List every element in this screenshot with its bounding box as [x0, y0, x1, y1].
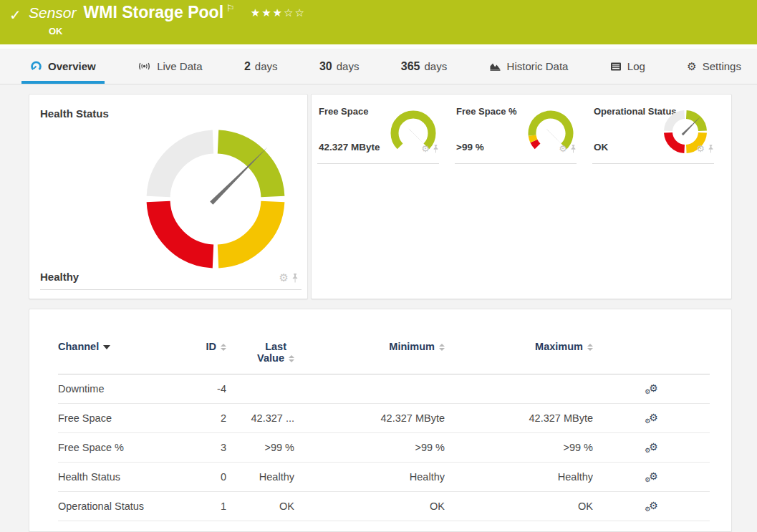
tab-historic-data[interactable]: Historic Data: [481, 49, 577, 84]
column-header-last-label: Last: [265, 341, 286, 352]
sensor-header: ✓ Sensor WMI Storage Pool ⚐ ★★★☆☆ OK: [0, 0, 757, 44]
channel-minimum: OK: [294, 492, 445, 521]
channel-settings-gears-icon[interactable]: ⚙⚙: [645, 412, 658, 423]
tab-overview-label: Overview: [48, 60, 96, 72]
tab-30-days[interactable]: 30 days: [311, 49, 367, 84]
channel-minimum: [294, 374, 445, 404]
operational-status-gauge: [655, 103, 715, 163]
page-title: WMI Storage Pool: [84, 3, 224, 22]
channel-name[interactable]: Free Space %: [58, 433, 187, 463]
channel-maximum: 42.327 MByte: [445, 404, 593, 433]
free-space-pct-gauge: [524, 103, 578, 163]
free-space-tile: Free Space 42.327 MByte ⚙: [312, 95, 445, 166]
operational-status-value: OK: [594, 142, 608, 153]
column-header-value-label: Value: [257, 352, 284, 364]
column-header-maximum-label: Maximum: [535, 341, 583, 352]
pin-icon[interactable]: [708, 145, 714, 153]
health-status-value: Healthy: [40, 271, 79, 283]
column-header-id[interactable]: ID: [187, 335, 226, 374]
sorted-desc-icon: [103, 345, 110, 349]
sort-icon: [587, 344, 593, 351]
area-chart-icon: [489, 61, 501, 72]
tab-log[interactable]: Log: [602, 49, 654, 84]
column-header-channel[interactable]: Channel: [58, 335, 187, 374]
tab-live-data[interactable]: Live Data: [129, 49, 211, 84]
log-icon: [610, 62, 622, 72]
health-status-title: Health Status: [40, 107, 109, 120]
pin-icon[interactable]: [291, 274, 299, 283]
tab-settings[interactable]: ⚙ Settings: [678, 49, 750, 84]
channel-name[interactable]: Health Status: [58, 463, 187, 492]
sort-icon: [439, 344, 445, 351]
channel-maximum: Healthy: [445, 463, 593, 492]
free-space-pct-tile: Free Space % >99 % ⚙: [449, 95, 582, 166]
channel-last-value: >99 %: [226, 433, 294, 463]
free-space-pct-title: Free Space %: [456, 106, 517, 117]
channel-name[interactable]: Free Space: [58, 404, 187, 433]
channel-maximum: [445, 374, 593, 404]
channel-id: 0: [187, 463, 226, 492]
channel-settings-gears-icon[interactable]: ⚙⚙: [645, 382, 658, 394]
free-space-title: Free Space: [319, 106, 368, 117]
tab-2-days[interactable]: 2 days: [236, 49, 286, 84]
priority-stars[interactable]: ★★★☆☆: [251, 6, 306, 19]
sensor-title-row: Sensor WMI Storage Pool ⚐ ★★★☆☆: [29, 3, 306, 22]
channel-maximum: OK: [445, 492, 593, 521]
sort-icon: [221, 344, 226, 351]
tile-divider: [455, 163, 577, 164]
tab-30-days-number: 30: [319, 60, 332, 73]
column-header-minimum-label: Minimum: [389, 341, 435, 352]
channel-name[interactable]: Downtime: [58, 374, 187, 404]
status-badge: OK: [49, 26, 63, 37]
channel-minimum: 42.327 MByte: [294, 404, 445, 433]
tile-divider: [592, 163, 714, 164]
channel-last-value: Healthy: [226, 463, 294, 492]
column-header-channel-label: Channel: [58, 341, 99, 352]
flag-icon[interactable]: ⚐: [226, 3, 235, 14]
free-space-pct-value: >99 %: [456, 142, 484, 153]
channel-id: 2: [187, 404, 226, 433]
gear-icon[interactable]: ⚙: [696, 143, 705, 154]
table-row: Free Space % 3 >99 % >99 % >99 % ⚙⚙: [58, 433, 710, 463]
pin-icon[interactable]: [570, 145, 577, 153]
gear-icon[interactable]: ⚙: [279, 271, 289, 284]
tab-2-days-label: days: [255, 60, 278, 72]
tab-2-days-number: 2: [244, 60, 251, 73]
table-row: Health Status 0 Healthy Healthy Healthy …: [58, 463, 710, 492]
column-header-maximum[interactable]: Maximum: [445, 335, 593, 374]
tab-live-data-label: Live Data: [157, 60, 202, 72]
tab-settings-label: Settings: [703, 60, 741, 72]
gauge-icon: [30, 60, 42, 72]
tab-log-label: Log: [627, 60, 645, 72]
channel-last-value: [226, 374, 294, 404]
table-header-row: Channel ID Last Value Minimum Maximum: [58, 335, 710, 374]
pin-icon[interactable]: [433, 145, 439, 153]
channel-name[interactable]: Operational Status: [58, 492, 187, 521]
column-header-last-value[interactable]: Last Value: [226, 335, 294, 374]
sort-icon: [289, 355, 294, 362]
broadcast-icon: [138, 61, 151, 72]
channel-maximum: >99 %: [445, 433, 593, 463]
table-row: Operational Status 1 OK OK OK ⚙⚙: [58, 492, 710, 521]
tab-bar: Overview Live Data 2 days 30 days 365 da…: [0, 49, 757, 84]
tab-30-days-label: days: [337, 60, 360, 72]
tab-overview[interactable]: Overview: [21, 49, 105, 84]
tab-365-days-label: days: [425, 60, 448, 72]
channel-settings-gears-icon[interactable]: ⚙⚙: [645, 500, 658, 511]
health-status-panel: Health Status Healthy ⚙: [29, 94, 308, 299]
table-row: Downtime -4 ⚙⚙: [58, 374, 710, 404]
free-space-gauge: [386, 103, 440, 163]
channel-minimum: >99 %: [294, 433, 445, 463]
column-header-minimum[interactable]: Minimum: [294, 335, 445, 374]
channel-settings-gears-icon[interactable]: ⚙⚙: [645, 441, 658, 453]
tab-365-days[interactable]: 365 days: [392, 49, 455, 84]
mini-gauges-panel: Free Space 42.327 MByte ⚙ Free Space % >…: [311, 94, 732, 299]
operational-status-tile: Operational Status OK ⚙: [587, 95, 720, 166]
free-space-value: 42.327 MByte: [319, 142, 380, 153]
channel-last-value: OK: [226, 492, 294, 521]
health-status-gauge: [137, 120, 294, 278]
channel-settings-gears-icon[interactable]: ⚙⚙: [645, 470, 658, 482]
gear-icon[interactable]: ⚙: [421, 143, 430, 154]
gear-icon: ⚙: [687, 60, 696, 73]
gear-icon[interactable]: ⚙: [559, 143, 567, 154]
